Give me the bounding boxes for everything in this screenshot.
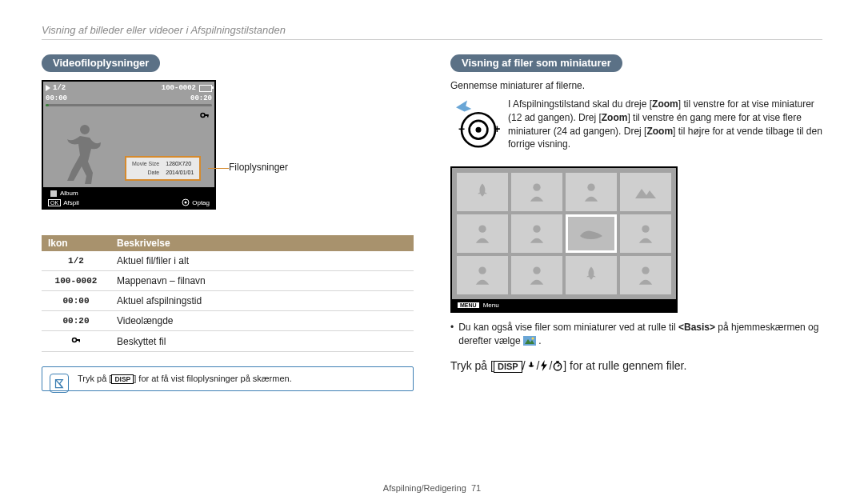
svg-point-19	[478, 267, 486, 274]
svg-point-21	[642, 267, 649, 274]
table-header-desc: Beskrivelse	[110, 235, 414, 251]
thumbnail	[566, 173, 617, 211]
progress-bar	[46, 104, 212, 106]
menu-button-hint: MENU	[457, 302, 480, 309]
intro-text: Gennemse miniaturer af filerne.	[450, 80, 822, 91]
record-hint: Optag	[192, 199, 210, 206]
thumbnail	[511, 173, 562, 211]
thumbnail	[620, 214, 671, 253]
svg-text:+: +	[494, 122, 500, 135]
zoom-instructions: I Afspilningstilstand skal du dreje [Zoo…	[508, 98, 822, 151]
svg-point-0	[201, 114, 205, 118]
file-info-popup: Movie Size1280X720 Date2014/01/01	[125, 156, 201, 181]
ok-button-hint: OK	[48, 199, 61, 206]
svg-point-18	[642, 226, 649, 233]
album-icon	[50, 190, 57, 197]
table-row: 1/2Aktuel fil/filer i alt	[42, 251, 414, 271]
svg-point-24	[554, 362, 562, 370]
thumbnail	[620, 256, 671, 294]
tip-note: Tryk på [DISP] for at få vist filoplysni…	[42, 366, 414, 391]
album-label: Album	[60, 190, 78, 197]
svg-rect-26	[557, 361, 560, 362]
divider	[42, 39, 822, 40]
table-row: Beskyttet fil	[42, 331, 414, 352]
svg-rect-2	[207, 114, 209, 118]
svg-point-23	[531, 337, 534, 339]
gallery-icon	[523, 336, 536, 346]
record-icon	[182, 198, 190, 206]
svg-point-4	[185, 202, 187, 204]
svg-point-14	[533, 184, 540, 191]
elapsed-time: 00:00	[46, 94, 67, 102]
thumbnail	[566, 256, 617, 294]
svg-point-5	[73, 338, 77, 342]
thumbnail-grid: MENU Menu	[450, 166, 678, 313]
folder-name: 100-0002	[162, 84, 196, 92]
timer-icon	[552, 360, 563, 371]
scroll-instruction: Tryk på [DISP///] for at rulle gennem fi…	[450, 359, 822, 373]
callout-line	[208, 168, 229, 169]
thumbnail	[511, 256, 562, 294]
battery-icon	[199, 85, 212, 92]
play-hint: Afspil	[63, 199, 79, 206]
callout-label: Filoplysninger	[229, 162, 288, 173]
disp-button-label: DISP	[494, 361, 522, 373]
macro-icon	[526, 360, 537, 371]
section-heading-right: Visning af filer som miniaturer	[450, 54, 622, 72]
svg-rect-7	[79, 339, 81, 342]
menu-label: Menu	[483, 302, 499, 309]
file-counter: 1/2	[53, 84, 66, 92]
icon-description-table: Ikon Beskrivelse 1/2Aktuel fil/filer i a…	[42, 235, 414, 352]
svg-text:−: −	[458, 122, 465, 135]
zoom-dial-illustration: − +	[450, 98, 498, 155]
thumbnail	[457, 214, 508, 253]
section-heading-left: Videofiloplysninger	[42, 54, 160, 72]
table-row: 00:00Aktuel afspilningstid	[42, 291, 414, 311]
table-header-icon: Ikon	[42, 235, 110, 251]
thumbnail	[457, 256, 508, 294]
note-icon	[50, 374, 69, 393]
total-time: 00:20	[190, 94, 212, 102]
lock-icon	[199, 110, 210, 122]
thumbnail	[457, 173, 508, 211]
svg-point-15	[587, 184, 594, 191]
svg-point-20	[533, 267, 540, 274]
svg-point-11	[476, 127, 482, 133]
video-thumbnail-silhouette	[61, 120, 109, 186]
thumbnail	[511, 214, 562, 253]
page-footer: Afspilning/Redigering 71	[0, 483, 864, 493]
thumbnail	[620, 173, 671, 211]
table-row: 00:20Videolængde	[42, 311, 414, 331]
bullet-note: • Du kan også vise filer som miniaturer …	[450, 321, 822, 348]
breadcrumb: Visning af billeder eller videoer i Afsp…	[42, 24, 822, 36]
disp-button-label: DISP	[111, 374, 134, 384]
flash-icon	[539, 360, 549, 371]
table-row: 100-0002Mappenavn – filnavn	[42, 271, 414, 291]
video-preview: 1/2 100-0002 00:00 00:20	[42, 80, 216, 210]
lock-icon	[42, 331, 110, 352]
svg-line-25	[558, 364, 559, 366]
svg-point-17	[533, 226, 540, 233]
play-icon	[46, 85, 50, 91]
thumbnail-selected	[566, 214, 617, 253]
svg-rect-22	[523, 336, 536, 346]
svg-point-16	[478, 226, 486, 233]
